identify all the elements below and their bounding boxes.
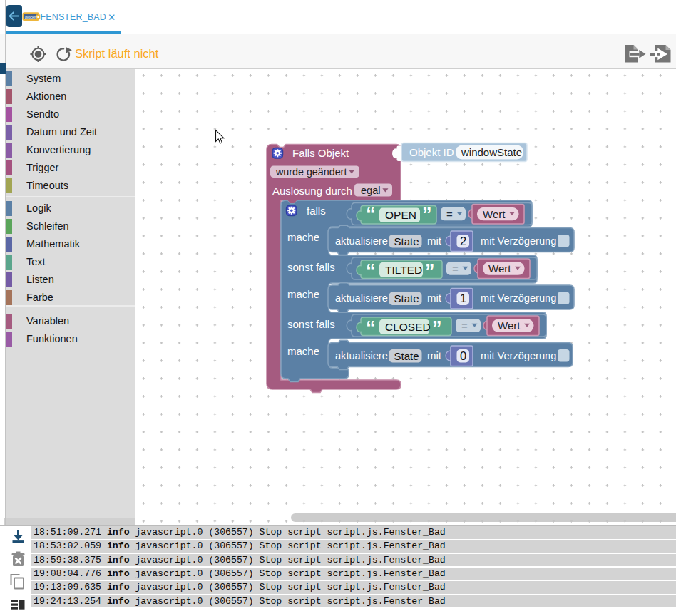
svg-text:=: = (452, 262, 459, 274)
svg-text:mit: mit (427, 349, 442, 361)
svg-text:aktualisiere: aktualisiere (335, 350, 388, 361)
svg-text:mit Verzögerung: mit Verzögerung (481, 292, 556, 304)
svg-text:Wert: Wert (498, 319, 521, 332)
svg-text:0: 0 (460, 349, 466, 362)
svg-text:Auslösung durch: Auslösung durch (272, 185, 352, 197)
svg-text:=: = (461, 319, 468, 332)
svg-text:1: 1 (460, 292, 466, 304)
svg-text:Wert: Wert (483, 208, 506, 220)
svg-text:mache: mache (287, 345, 319, 357)
svg-text:”: ” (432, 317, 442, 339)
svg-text:falls: falls (307, 205, 326, 217)
svg-text:mit Verzögerung: mit Verzögerung (481, 235, 556, 247)
svg-text:OPEN: OPEN (385, 209, 416, 221)
svg-text:sonst falls: sonst falls (287, 318, 335, 330)
svg-text:”: ” (425, 260, 435, 282)
svg-text:aktualisiere: aktualisiere (335, 292, 388, 304)
svg-text:mache: mache (287, 288, 319, 300)
svg-text:Falls Objekt: Falls Objekt (292, 147, 349, 159)
svg-text:2: 2 (460, 235, 466, 247)
svg-text:mit: mit (427, 292, 442, 304)
svg-text:State: State (394, 350, 419, 362)
svg-text:sonst falls: sonst falls (287, 261, 335, 273)
svg-text:windowState: windowState (461, 146, 522, 158)
svg-text:State: State (394, 292, 419, 304)
svg-text:mit Verzögerung: mit Verzögerung (481, 350, 556, 361)
svg-text:“: “ (366, 204, 376, 225)
svg-text:egal: egal (361, 185, 380, 196)
svg-text:mache: mache (287, 231, 319, 243)
svg-text:“: “ (366, 260, 376, 282)
svg-text:blockly: blockly (25, 15, 38, 19)
svg-text:Wert: Wert (488, 262, 511, 274)
svg-text:TILTED: TILTED (385, 264, 422, 276)
svg-text:CLOSED: CLOSED (385, 321, 431, 333)
svg-text:aktualisiere: aktualisiere (335, 235, 388, 247)
svg-text:wurde geändert: wurde geändert (275, 166, 347, 178)
svg-text:Objekt ID: Objekt ID (409, 146, 454, 158)
svg-text:mit: mit (427, 235, 442, 247)
svg-text:State: State (394, 235, 419, 247)
svg-text:“: “ (366, 317, 376, 339)
svg-text:=: = (446, 208, 453, 220)
svg-text:”: ” (422, 204, 432, 225)
